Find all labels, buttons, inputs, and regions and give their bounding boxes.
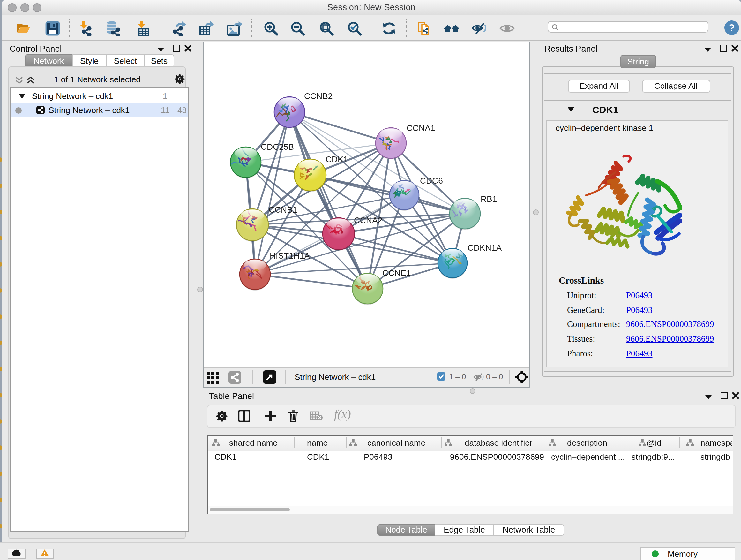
svg-text:CDK1: CDK1 <box>325 154 347 164</box>
svg-text:CDC6: CDC6 <box>420 176 443 185</box>
svg-text:CDKN1A: CDKN1A <box>467 243 501 252</box>
svg-text:RB1: RB1 <box>480 194 496 203</box>
svg-text:HIST1H1A: HIST1H1A <box>269 251 310 260</box>
svg-text:CCNA2: CCNA2 <box>354 215 382 225</box>
svg-text:CCNA1: CCNA1 <box>406 123 434 132</box>
svg-text:CCNE1: CCNE1 <box>382 268 410 277</box>
svg-text:CCNB1: CCNB1 <box>268 205 297 214</box>
svg-text:CCNB2: CCNB2 <box>304 91 332 101</box>
svg-text:CDC25B: CDC25B <box>260 142 293 151</box>
